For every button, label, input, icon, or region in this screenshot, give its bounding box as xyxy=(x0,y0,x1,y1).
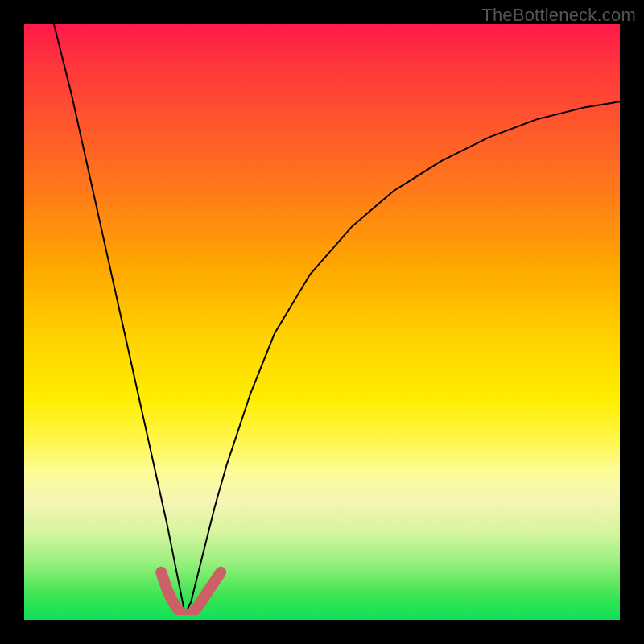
bottleneck-curve xyxy=(54,24,620,614)
chart-svg xyxy=(24,24,620,620)
chart-area xyxy=(24,24,620,620)
baseline xyxy=(24,615,620,620)
highlight-trough xyxy=(161,572,221,615)
watermark-text: TheBottleneck.com xyxy=(481,5,636,26)
